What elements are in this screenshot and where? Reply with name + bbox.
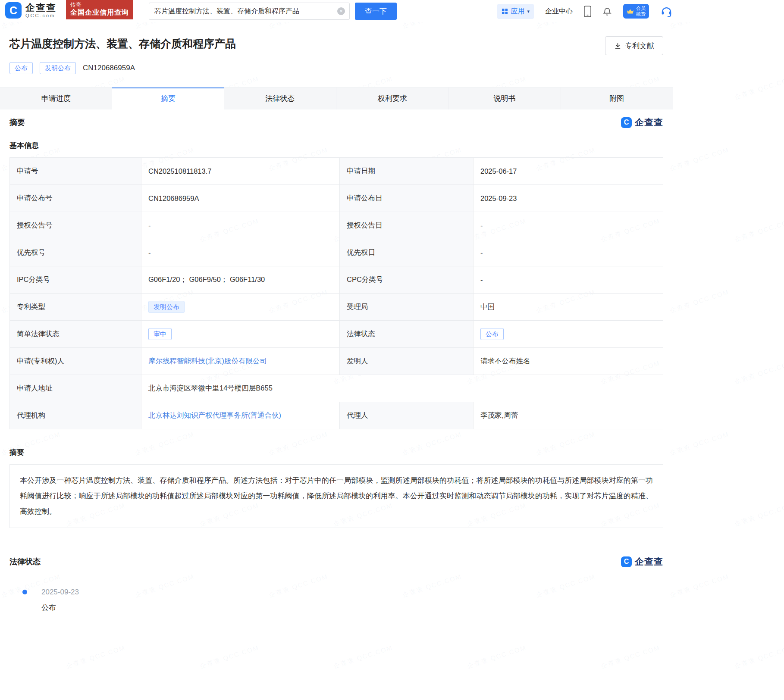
vip-line2: 续费 (636, 11, 646, 17)
label-application-number: 申请号 (10, 158, 141, 185)
clear-search-icon[interactable]: × (337, 7, 345, 15)
nav-enterprise-center[interactable]: 企业中心 (545, 7, 573, 16)
publish-status-tag: 公布 (9, 62, 33, 74)
value-publication-date: 2025-09-23 (474, 185, 663, 212)
legal-status-timeline: 2025-09-23 公布 (9, 588, 663, 612)
value-ipc-class: G06F1/20； G06F9/50； G06F11/30 (141, 266, 340, 294)
label-inventor: 发明人 (340, 348, 474, 375)
table-row: 优先权号 - 优先权日 - (10, 239, 663, 266)
page-title: 芯片温度控制方法、装置、存储介质和程序产品 (9, 36, 236, 51)
customer-service-icon[interactable] (660, 5, 673, 18)
summary-heading: 摘要 (9, 117, 25, 128)
label-applicant-address: 申请人地址 (10, 375, 141, 402)
timeline-item: 2025-09-23 公布 (22, 588, 663, 612)
qcc-brand-mark: C 企查查 (621, 556, 663, 568)
value-patent-type: 发明公布 (141, 294, 340, 321)
header-nav: 应用 ▾ 企业中心 会员 续费 (497, 0, 673, 22)
notification-bell-icon[interactable] (602, 6, 612, 16)
label-grant-number: 授权公告号 (10, 212, 141, 239)
tab-claims[interactable]: 权利要求 (336, 88, 448, 109)
basic-info-heading: 基本信息 (9, 141, 663, 150)
abstract-heading: 摘要 (9, 447, 663, 457)
simple-legal-status-tag: 审中 (148, 328, 172, 340)
applicant-link[interactable]: 摩尔线程智能科技(北京)股份有限公司 (148, 357, 267, 365)
qcc-brand-text: 企查查 (635, 556, 663, 568)
summary-section-head: 摘要 C 企查查 (9, 116, 663, 128)
value-legal-status: 公布 (474, 321, 663, 348)
label-application-date: 申请日期 (340, 158, 474, 185)
label-ipc-class: IPC分类号 (10, 266, 141, 294)
qcc-logo[interactable]: C 企查查 QCC.com (5, 2, 56, 19)
timeline-date: 2025-09-23 (41, 588, 663, 597)
value-application-date: 2025-06-17 (474, 158, 663, 185)
label-legal-status: 法律状态 (340, 321, 474, 348)
vip-renew-badge[interactable]: 会员 续费 (623, 4, 649, 19)
label-priority-number: 优先权号 (10, 239, 141, 266)
value-grant-date: - (474, 212, 663, 239)
label-patent-type: 专利类型 (10, 294, 141, 321)
qcc-brand-icon: C (621, 117, 632, 128)
table-row: 申请(专利权)人 摩尔线程智能科技(北京)股份有限公司 发明人 请求不公布姓名 (10, 348, 663, 375)
promo-line1: 传奇 (70, 1, 129, 8)
qcc-brand-icon: C (621, 556, 632, 567)
chevron-down-icon: ▾ (527, 9, 530, 14)
value-receiving-office: 中国 (474, 294, 663, 321)
label-applicant: 申请(专利权)人 (10, 348, 141, 375)
value-grant-number: - (141, 212, 340, 239)
vip-renew-label: 会员 续费 (636, 6, 646, 17)
patent-tag-row: 公布 发明公布 CN120686959A (0, 55, 784, 74)
legal-heading: 法律状态 (9, 556, 41, 567)
nav-apps-label: 应用 (511, 7, 524, 16)
table-row: 简单法律状态 审中 法律状态 公布 (10, 321, 663, 348)
promo-badge: 传奇 全国企业信用查询 (66, 0, 133, 19)
qcc-logo-text: 企查查 QCC.com (25, 3, 56, 19)
agency-link[interactable]: 北京林达刘知识产权代理事务所(普通合伙) (148, 411, 281, 419)
tab-application-progress[interactable]: 申请进度 (0, 88, 112, 109)
value-publication-number: CN120686959A (141, 185, 340, 212)
label-cpc-class: CPC分类号 (340, 266, 474, 294)
value-applicant-address: 北京市海淀区翠微中里14号楼四层B655 (141, 375, 663, 402)
label-priority-date: 优先权日 (340, 239, 474, 266)
label-publication-date: 申请公布日 (340, 185, 474, 212)
value-agent: 李茂家,周蕾 (474, 402, 663, 429)
value-priority-date: - (474, 239, 663, 266)
value-cpc-class: - (474, 266, 663, 294)
promo-line2: 全国企业信用查询 (70, 8, 129, 17)
qcc-brand-text: 企查查 (635, 116, 663, 128)
patent-title-row: 芯片温度控制方法、装置、存储介质和程序产品 专利文献 (0, 22, 673, 55)
tab-figures[interactable]: 附图 (561, 88, 673, 109)
label-agency: 代理机构 (10, 402, 141, 429)
basic-info-table: 申请号 CN202510811813.7 申请日期 2025-06-17 申请公… (9, 157, 663, 429)
search-input[interactable] (149, 3, 350, 20)
mobile-app-icon[interactable] (584, 6, 591, 17)
qcc-logo-glyph: C (9, 4, 17, 17)
label-grant-date: 授权公告日 (340, 212, 474, 239)
table-row: 授权公告号 - 授权公告日 - (10, 212, 663, 239)
top-header: C 企查查 QCC.com 传奇 全国企业信用查询 × 查一下 应用 ▾ (0, 0, 784, 22)
table-row: 申请公布号 CN120686959A 申请公布日 2025-09-23 (10, 185, 663, 212)
label-simple-legal-status: 简单法律状态 (10, 321, 141, 348)
nav-apps[interactable]: 应用 ▾ (497, 4, 534, 19)
label-agent: 代理人 (340, 402, 474, 429)
tab-description[interactable]: 说明书 (448, 88, 561, 109)
tab-legal-status[interactable]: 法律状态 (224, 88, 336, 109)
table-row: 专利类型 发明公布 受理局 中国 (10, 294, 663, 321)
value-priority-number: - (141, 239, 340, 266)
qcc-logo-icon: C (5, 2, 22, 19)
logo-title: 企查查 (25, 3, 56, 13)
patent-type-badge: 发明公布 (40, 62, 76, 74)
timeline-status: 公布 (41, 603, 663, 612)
label-receiving-office: 受理局 (340, 294, 474, 321)
vip-line1: 会员 (636, 6, 646, 11)
search-button[interactable]: 查一下 (355, 3, 397, 20)
patent-document-button[interactable]: 专利文献 (605, 36, 663, 55)
patent-type-tag: 发明公布 (148, 301, 185, 313)
value-application-number: CN202510811813.7 (141, 158, 340, 185)
abstract-text: 本公开涉及一种芯片温度控制方法、装置、存储介质和程序产品。所述方法包括：对于芯片… (9, 464, 663, 528)
table-row: 申请人地址 北京市海淀区翠微中里14号楼四层B655 (10, 375, 663, 402)
value-applicant: 摩尔线程智能科技(北京)股份有限公司 (141, 348, 340, 375)
logo-subtitle: QCC.com (25, 13, 56, 19)
publication-number: CN120686959A (83, 64, 135, 72)
tab-summary[interactable]: 摘要 (112, 88, 224, 109)
timeline-dot (22, 590, 27, 594)
